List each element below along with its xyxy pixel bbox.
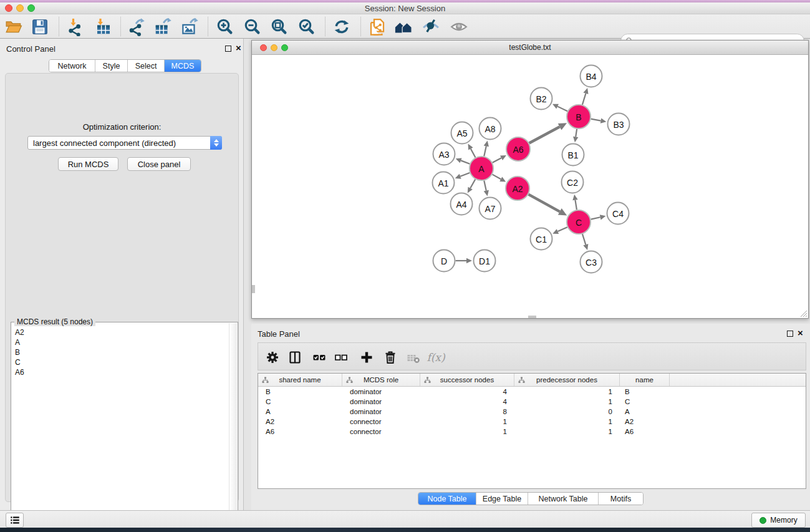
eye-icon[interactable] xyxy=(448,16,470,37)
graph-node-A6[interactable]: A6 xyxy=(506,137,530,161)
graph-edge-D-D1[interactable] xyxy=(456,258,473,263)
column-header-name[interactable]: name xyxy=(620,374,670,386)
export-network-icon[interactable] xyxy=(125,16,147,37)
graph-node-B[interactable]: B xyxy=(567,105,591,128)
import-table-icon[interactable] xyxy=(92,16,115,37)
mcds-result-item[interactable]: B xyxy=(12,347,228,357)
tab-motifs[interactable]: Motifs xyxy=(599,493,643,505)
mcds-result-item[interactable]: A6 xyxy=(12,367,228,377)
graph-edge-A-A2[interactable] xyxy=(493,175,506,182)
task-history-button[interactable] xyxy=(6,513,24,528)
network-window-titlebar[interactable]: testGlobe.txt xyxy=(252,41,808,55)
open-folder-icon[interactable] xyxy=(2,16,25,37)
graph-edge-A-A1[interactable] xyxy=(455,173,470,179)
graph-edge-C-C2[interactable] xyxy=(572,195,577,210)
tab-network[interactable]: Network xyxy=(49,60,95,72)
graph-node-C3[interactable]: C3 xyxy=(581,251,602,273)
zoom-selected-icon[interactable] xyxy=(296,16,318,37)
graph-edge-C-C1[interactable] xyxy=(552,227,567,234)
graph-node-D1[interactable]: D1 xyxy=(474,250,496,272)
close-panel-button[interactable]: Close panel xyxy=(127,157,191,171)
gear-icon[interactable] xyxy=(263,348,282,367)
graph-node-A1[interactable]: A1 xyxy=(433,172,455,194)
graph-edge-A-A8[interactable] xyxy=(484,141,489,157)
tab-edge-table[interactable]: Edge Table xyxy=(476,493,528,505)
export-image-icon[interactable] xyxy=(178,16,201,37)
graph-node-A7[interactable]: A7 xyxy=(480,198,501,220)
graph-node-B1[interactable]: B1 xyxy=(562,144,584,166)
graph-node-A8[interactable]: A8 xyxy=(480,118,501,140)
network-canvas[interactable]: AA1A2A3A4A5A6A7A8BB1B2B3B4CC1C2C3C4DD1 xyxy=(252,55,808,318)
graph-node-B2[interactable]: B2 xyxy=(531,88,552,110)
mcds-result-item[interactable]: A2 xyxy=(12,327,228,337)
graph-edge-A-A4[interactable] xyxy=(468,179,475,193)
tab-mcds[interactable]: MCDS xyxy=(165,60,201,72)
float-panel-icon[interactable] xyxy=(225,46,231,52)
mcds-result-item[interactable]: C xyxy=(12,357,228,367)
graph-edge-A-A5[interactable] xyxy=(468,144,476,158)
refresh-icon[interactable] xyxy=(330,16,353,37)
home-icon[interactable] xyxy=(392,16,415,37)
graph-node-C[interactable]: C xyxy=(567,210,591,234)
graph-node-C4[interactable]: C4 xyxy=(607,203,629,225)
graph-edge-C-C4[interactable] xyxy=(591,215,606,220)
close-panel-icon[interactable]: × xyxy=(236,42,241,54)
table-row[interactable]: A6connector11A6 xyxy=(258,427,806,437)
toggle-views-icon[interactable] xyxy=(420,16,442,37)
run-mcds-button[interactable]: Run MCDS xyxy=(58,157,118,171)
graph-edge-C-C3[interactable] xyxy=(582,234,588,250)
import-network-icon[interactable] xyxy=(64,16,86,37)
graph-edge-A6-B[interactable] xyxy=(529,123,567,143)
graph-edge-B-B1[interactable] xyxy=(573,129,578,142)
zoom-in-icon[interactable] xyxy=(214,16,236,37)
graph-edge-B-B3[interactable] xyxy=(591,118,607,123)
column-header-predecessor-nodes[interactable]: predecessor nodes xyxy=(514,374,620,386)
graph-node-A2[interactable]: A2 xyxy=(506,177,529,200)
resize-grip-icon[interactable] xyxy=(799,309,808,317)
float-panel-icon[interactable] xyxy=(787,331,793,337)
graph-node-C2[interactable]: C2 xyxy=(562,172,584,193)
column-header-shared-name[interactable]: shared name xyxy=(258,374,342,386)
graph-edge-A2-C[interactable] xyxy=(529,195,567,216)
deselect-all-icon[interactable] xyxy=(332,348,350,367)
column-header-MCDS-role[interactable]: MCDS role xyxy=(342,374,420,386)
graph-node-A3[interactable]: A3 xyxy=(433,143,455,165)
columns-icon[interactable] xyxy=(286,348,304,367)
zoom-fit-icon[interactable] xyxy=(268,16,291,37)
graph-node-A4[interactable]: A4 xyxy=(451,193,473,215)
graph-edge-A-A7[interactable] xyxy=(484,181,489,196)
zoom-out-icon[interactable] xyxy=(241,16,264,37)
graph-node-A[interactable]: A xyxy=(470,157,493,180)
trash-icon[interactable] xyxy=(381,348,400,367)
clone-network-icon[interactable] xyxy=(366,16,388,37)
save-icon[interactable] xyxy=(29,16,51,37)
network-vscroll-thumb[interactable] xyxy=(252,285,255,293)
export-table-icon[interactable] xyxy=(152,16,174,37)
graph-node-B3[interactable]: B3 xyxy=(608,114,630,135)
select-all-icon[interactable] xyxy=(310,348,329,367)
graph-node-C1[interactable]: C1 xyxy=(531,228,552,250)
graph-node-A5[interactable]: A5 xyxy=(451,122,473,144)
optimization-criterion-select[interactable]: largest connected component (directed) xyxy=(27,136,222,150)
function-icon[interactable]: f(x) xyxy=(427,348,445,367)
tab-network-table[interactable]: Network Table xyxy=(528,493,599,505)
column-header-successor-nodes[interactable]: successor nodes xyxy=(420,374,514,386)
table-row[interactable]: Bdominator41B xyxy=(258,387,806,397)
mcds-result-scrollbar[interactable] xyxy=(229,323,237,532)
graph-edge-B-B4[interactable] xyxy=(582,88,589,105)
graph-node-B4[interactable]: B4 xyxy=(581,65,602,87)
close-panel-icon[interactable]: × xyxy=(798,327,803,339)
graph-edge-A-A6[interactable] xyxy=(493,155,506,163)
tab-style[interactable]: Style xyxy=(95,60,128,72)
tab-node-table[interactable]: Node Table xyxy=(418,493,476,505)
table-row[interactable]: Adominator80A xyxy=(258,407,806,417)
network-hscroll-thumb[interactable] xyxy=(528,316,536,318)
memory-button[interactable]: Memory xyxy=(751,513,806,528)
table-row[interactable]: Cdominator41C xyxy=(258,397,806,407)
add-icon[interactable] xyxy=(357,348,376,367)
delete-table-icon[interactable] xyxy=(404,348,423,367)
tab-select[interactable]: Select xyxy=(128,60,165,72)
graph-node-D[interactable]: D xyxy=(433,250,455,272)
graph-edge-B-B2[interactable] xyxy=(552,104,567,112)
table-row[interactable]: A2connector11A2 xyxy=(258,417,806,427)
